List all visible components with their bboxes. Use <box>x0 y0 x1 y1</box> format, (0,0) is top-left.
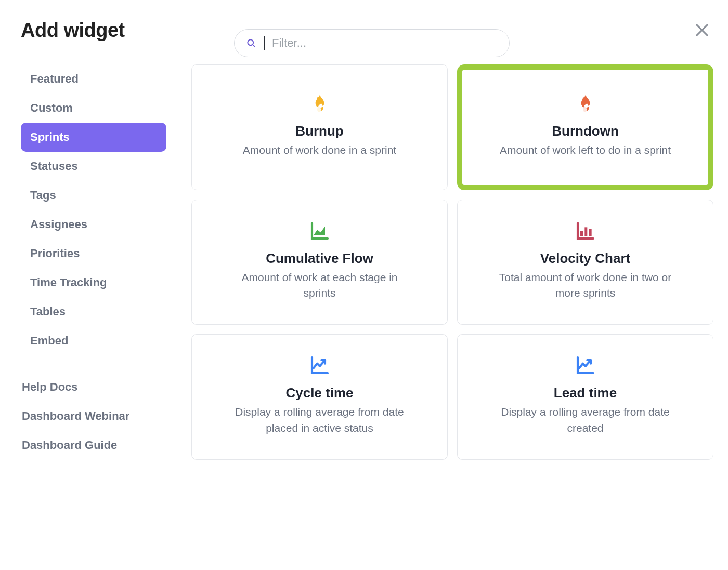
widget-desc: Display a rolling average from date crea… <box>492 404 679 436</box>
sidebar-item-label: Priorities <box>30 247 80 260</box>
sidebar-item-embed[interactable]: Embed <box>21 326 166 355</box>
sidebar-item-custom[interactable]: Custom <box>21 94 166 123</box>
widget-title: Cycle time <box>285 385 353 401</box>
sidebar-item-label: Custom <box>30 101 73 115</box>
close-button[interactable] <box>691 19 713 42</box>
widget-title: Velocity Chart <box>540 250 630 267</box>
sidebar-item-featured[interactable]: Featured <box>21 64 166 94</box>
sidebar: Featured Custom Sprints Statuses Tags As… <box>21 64 166 460</box>
modal-title: Add widget <box>21 19 125 42</box>
sidebar-categories: Featured Custom Sprints Statuses Tags As… <box>21 64 166 355</box>
search-container <box>234 29 510 57</box>
widget-card-lead-time[interactable]: Lead time Display a rolling average from… <box>457 334 713 460</box>
sidebar-links: Help Docs Dashboard Webinar Dashboard Gu… <box>21 373 166 460</box>
widget-card-burnup[interactable]: Burnup Amount of work done in a sprint <box>191 64 448 190</box>
modal-body: Featured Custom Sprints Statuses Tags As… <box>21 64 713 460</box>
close-icon <box>693 21 711 39</box>
widget-desc: Amount of work done in a sprint <box>243 142 396 158</box>
flame-icon <box>309 93 330 116</box>
sidebar-item-label: Tables <box>30 305 66 319</box>
sidebar-item-label: Statuses <box>30 160 78 173</box>
search-input-wrapper[interactable] <box>234 29 510 57</box>
sidebar-item-tags[interactable]: Tags <box>21 181 166 210</box>
sidebar-item-label: Embed <box>30 334 68 348</box>
sidebar-item-label: Sprints <box>30 130 70 144</box>
svg-rect-4 <box>580 231 583 236</box>
line-chart-icon <box>575 355 596 378</box>
sidebar-item-assignees[interactable]: Assignees <box>21 210 166 239</box>
widget-title: Lead time <box>554 385 617 401</box>
area-chart-icon <box>309 220 330 243</box>
sidebar-item-priorities[interactable]: Priorities <box>21 239 166 268</box>
svg-rect-5 <box>584 227 587 236</box>
sidebar-item-sprints[interactable]: Sprints <box>21 123 166 152</box>
widget-desc: Display a rolling average from date plac… <box>226 404 413 436</box>
search-icon <box>246 38 256 48</box>
widget-card-burndown[interactable]: Burndown Amount of work left to do in a … <box>457 64 713 190</box>
sidebar-link-label: Help Docs <box>22 380 78 394</box>
sidebar-link-label: Dashboard Webinar <box>22 409 129 423</box>
line-chart-icon <box>309 355 330 378</box>
add-widget-modal: Add widget Featured Custom Sprints Statu… <box>0 0 728 570</box>
sidebar-item-tables[interactable]: Tables <box>21 297 166 326</box>
widget-card-cycle-time[interactable]: Cycle time Display a rolling average fro… <box>191 334 448 460</box>
bar-chart-icon <box>575 220 596 243</box>
dashboard-webinar-link[interactable]: Dashboard Webinar <box>21 402 166 431</box>
widget-grid: Burnup Amount of work done in a sprint B… <box>191 64 713 460</box>
widget-desc: Total amount of work done in two or more… <box>492 270 679 301</box>
widget-card-cumulative-flow[interactable]: Cumulative Flow Amount of work at each s… <box>191 200 448 325</box>
sidebar-link-label: Dashboard Guide <box>22 439 117 452</box>
flame-icon <box>575 93 596 116</box>
widget-card-velocity-chart[interactable]: Velocity Chart Total amount of work done… <box>457 200 713 325</box>
sidebar-item-statuses[interactable]: Statuses <box>21 152 166 181</box>
widget-desc: Amount of work at each stage in sprints <box>226 270 413 301</box>
widget-title: Burnup <box>295 123 343 139</box>
svg-rect-6 <box>589 229 591 235</box>
sidebar-item-label: Assignees <box>30 218 87 231</box>
text-caret <box>264 36 265 50</box>
sidebar-divider <box>21 363 166 363</box>
sidebar-item-label: Time Tracking <box>30 276 107 289</box>
widget-title: Cumulative Flow <box>266 250 373 267</box>
filter-input[interactable] <box>272 36 498 50</box>
sidebar-item-time-tracking[interactable]: Time Tracking <box>21 268 166 297</box>
svg-line-3 <box>253 45 255 47</box>
sidebar-item-label: Tags <box>30 189 56 202</box>
help-docs-link[interactable]: Help Docs <box>21 373 166 402</box>
widget-desc: Amount of work left to do in a sprint <box>500 142 671 158</box>
widget-title: Burndown <box>552 123 619 139</box>
sidebar-item-label: Featured <box>30 72 79 86</box>
dashboard-guide-link[interactable]: Dashboard Guide <box>21 431 166 460</box>
